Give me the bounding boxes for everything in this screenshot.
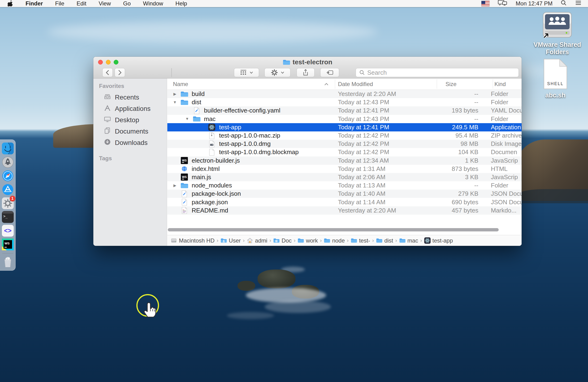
path-item-mac[interactable]: mac — [399, 237, 418, 244]
file-row-test-app[interactable]: test-appToday at 12:41 PM249.5 MBApplica… — [167, 123, 522, 131]
menu-clock[interactable]: Mon 12:47 PM — [516, 0, 553, 7]
menu-item-go[interactable]: Go — [117, 0, 137, 7]
file-kind: JavaScrip — [491, 173, 518, 181]
view-as-icons-button[interactable] — [171, 68, 172, 77]
view-as-gallery-button[interactable] — [171, 68, 172, 77]
file-row-test-app-1.0.0-mac.zip[interactable]: test-app-1.0.0-mac.zipToday at 12:42 PM9… — [167, 131, 522, 140]
file-row-node_modules[interactable]: ▶node_modulesToday at 1:13 AM--Folder — [167, 181, 522, 190]
disclosure-triangle[interactable]: ▼ — [170, 100, 180, 105]
window-chrome[interactable]: test-electron — [93, 57, 522, 79]
disclosure-triangle[interactable]: ▶ — [170, 92, 180, 96]
disclosure-triangle[interactable]: ▶ — [170, 183, 180, 188]
file-row-build[interactable]: ▶buildYesterday at 2:20 AM--Folder — [167, 90, 522, 98]
file-row-mac[interactable]: ▼macToday at 12:43 PM--Folder — [167, 115, 522, 123]
dock-item-safari[interactable] — [2, 170, 14, 182]
file-row-dist[interactable]: ▼distToday at 12:43 PM--Folder — [167, 98, 522, 106]
file-date-modified: Today at 12:42 PM — [338, 132, 389, 139]
file-name: build — [192, 90, 205, 98]
dock-item-code-editor[interactable]: <> — [2, 225, 14, 237]
file-row-builder-effective-config.yaml[interactable]: builder-effective-config.yamlToday at 12… — [167, 106, 522, 115]
desktop-icon-vmware-shared-folders[interactable]: VMware Shared Folders — [531, 11, 583, 56]
file-row-main.js[interactable]: WSmain.jsToday at 2:06 AM3 KBJavaScrip — [167, 173, 522, 181]
file-date-modified: Today at 1:40 AM — [338, 190, 385, 197]
file-row-index.html[interactable]: index.htmlToday at 1:31 AM873 bytesHTML — [167, 165, 522, 173]
path-item-work[interactable]: work — [297, 237, 318, 244]
view-as-columns-button[interactable] — [171, 68, 172, 77]
file-name: package.json — [192, 199, 228, 206]
sidebar-item-documents[interactable]: Documents — [93, 126, 167, 137]
menu-item-help[interactable]: Help — [169, 0, 193, 7]
share-button[interactable] — [297, 68, 315, 77]
view-switcher — [171, 68, 172, 77]
file-row-test-app-1.0.0.dmg.blockmap[interactable]: test-app-1.0.0.dmg.blockmapToday at 12:4… — [167, 148, 522, 156]
horizontal-scrollbar[interactable] — [167, 227, 522, 232]
file-row-README.md[interactable]: README.mdYesterday at 2:20 AM457 bytesMa… — [167, 206, 522, 215]
dock-item-webstorm[interactable]: WS — [2, 238, 14, 250]
view-as-list-button[interactable] — [171, 68, 172, 77]
menu-item-finder[interactable]: Finder — [19, 0, 49, 7]
zip-archive-icon — [208, 132, 216, 139]
column-header-size[interactable]: Size — [445, 79, 457, 90]
file-row-electron-builder.js[interactable]: WSelectron-builder.jsToday at 12:34 AM1 … — [167, 156, 522, 165]
menu-item-edit[interactable]: Edit — [70, 0, 92, 7]
path-item-test-[interactable]: test- — [351, 237, 370, 244]
path-item-doc[interactable]: Doc — [273, 237, 292, 244]
path-separator: › — [320, 237, 322, 244]
finder-icon — [2, 143, 14, 154]
file-date-modified: Today at 12:41 PM — [338, 107, 389, 114]
sidebar-item-downloads[interactable]: Downloads — [93, 137, 167, 149]
edit-tags-button[interactable] — [320, 68, 339, 77]
disclosure-triangle[interactable]: ▼ — [182, 117, 192, 121]
file-row-test-app-1.0.0.dmg[interactable]: test-app-1.0.0.dmgToday at 12:42 PM98 MB… — [167, 140, 522, 148]
input-source-flag-icon[interactable] — [481, 1, 490, 6]
displays-icon[interactable] — [498, 0, 508, 7]
apple-menu-icon[interactable] — [7, 0, 13, 7]
dock-item-system-preferences[interactable]: 1 — [2, 197, 14, 209]
back-button[interactable] — [102, 68, 113, 77]
path-item-user[interactable]: User — [220, 237, 241, 244]
sidebar-item-recents[interactable]: Recents — [93, 92, 167, 103]
sidebar-favorites-header: Favorites — [93, 83, 167, 92]
action-menu-button[interactable] — [264, 68, 291, 77]
dock-item-app-store[interactable] — [2, 184, 14, 195]
path-separator: › — [395, 237, 397, 244]
sidebar-item-applications[interactable]: Applications — [93, 103, 167, 114]
group-by-button[interactable] — [234, 68, 259, 77]
path-item-node[interactable]: node — [324, 237, 345, 244]
menu-item-view[interactable]: View — [92, 0, 117, 7]
notification-center-icon[interactable] — [575, 0, 582, 7]
path-item-admi[interactable]: admi — [247, 237, 267, 244]
menu-item-window[interactable]: Window — [137, 0, 169, 7]
column-header-date-modified[interactable]: Date Modified — [338, 79, 373, 90]
column-header-kind[interactable]: Kind — [494, 79, 506, 90]
path-item-macintosh-hd[interactable]: Macintosh HD — [171, 237, 215, 244]
folder-icon — [283, 59, 290, 65]
column-header-name[interactable]: Name — [173, 79, 188, 90]
gallery-view-icon — [171, 70, 172, 75]
spotlight-icon[interactable] — [561, 0, 567, 7]
folder-icon — [297, 237, 304, 244]
trash-icon — [2, 256, 14, 268]
file-size: -- — [408, 182, 478, 189]
file-date-modified: Yesterday at 2:20 AM — [338, 207, 396, 214]
list-view-icon — [171, 70, 172, 75]
path-item-dist[interactable]: dist — [376, 237, 393, 244]
sidebar-item-desktop[interactable]: Desktop — [93, 114, 167, 126]
path-item-test-app[interactable]: test-app — [424, 237, 453, 244]
dock-item-finder[interactable] — [2, 143, 14, 154]
file-size: 249.5 MB — [408, 124, 478, 131]
desktop-icon-abc-sh[interactable]: SHELL abc.sh — [529, 59, 581, 99]
forward-button[interactable] — [115, 68, 125, 77]
file-name: test-app — [219, 124, 241, 131]
dock-item-trash[interactable] — [2, 256, 14, 268]
sort-ascending-icon[interactable] — [324, 79, 329, 90]
search-input[interactable]: Search — [356, 68, 519, 77]
dock-item-terminal[interactable]: >_ — [2, 211, 14, 223]
file-row-package-lock.json[interactable]: package-lock.jsonToday at 1:40 AM279 KBJ… — [167, 190, 522, 198]
dock-item-launchpad[interactable] — [2, 156, 14, 168]
electron-app-icon — [424, 237, 431, 244]
menu-item-file[interactable]: File — [49, 0, 70, 7]
file-row-package.json[interactable]: package.jsonToday at 1:14 AM690 bytesJSO… — [167, 198, 522, 206]
scrollbar-thumb[interactable] — [168, 228, 499, 232]
safari-icon — [2, 170, 14, 182]
